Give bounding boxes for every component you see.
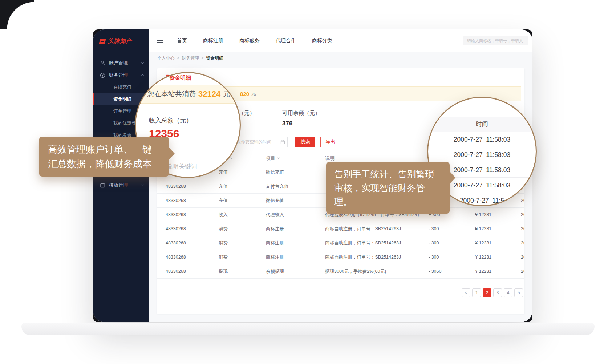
breadcrumb-separator: > bbox=[201, 56, 204, 61]
caret-down-icon[interactable] bbox=[277, 157, 280, 159]
tooltip-right-line3: 理。 bbox=[334, 195, 442, 209]
magnified-banner-value: 32124 bbox=[198, 89, 220, 99]
export-button[interactable]: 导出 bbox=[320, 137, 340, 147]
breadcrumb-item[interactable]: 资金明细 bbox=[206, 55, 223, 61]
pagination-page-1[interactable]: 1 bbox=[472, 288, 481, 297]
table-cell: 商标自助注册，订单号：SB2514263J bbox=[325, 222, 401, 236]
table-cell: 2000-7-27 11:58:03 bbox=[521, 222, 524, 236]
breadcrumb-item[interactable]: 个人中心 bbox=[157, 55, 175, 61]
nav-tab-商标注册[interactable]: 商标注册 bbox=[203, 37, 223, 44]
topnav-tabs: 首页商标注册商标服务代理合作商标分类 bbox=[177, 37, 332, 44]
table-cell: 商标注册 bbox=[266, 222, 284, 236]
pagination: <12345> bbox=[462, 288, 524, 297]
pagination-prev[interactable]: < bbox=[462, 288, 470, 297]
table-cell: 2000-7-27 11:58:03 bbox=[521, 208, 524, 222]
table-cell: 48330268 bbox=[166, 222, 186, 236]
sidebar-item-finance-management[interactable]: 财务管理 bbox=[93, 69, 149, 81]
sidebar-item-account-management[interactable]: 账户管理 bbox=[93, 57, 149, 69]
nav-tab-商标服务[interactable]: 商标服务 bbox=[239, 37, 260, 44]
table-cell: 48330268 bbox=[166, 194, 186, 208]
magnified-time-row: 2000-7-27 11:58:03 bbox=[428, 132, 536, 147]
table-cell: 支付宝充值 bbox=[266, 179, 289, 194]
top-navbar: 首页商标注册商标服务代理合作商标分类 bbox=[149, 29, 532, 52]
pagination-page-2[interactable]: 2 bbox=[483, 288, 491, 297]
table-cell: 商标自助注册，订单号：SB2514263J bbox=[325, 250, 401, 264]
brand-logo-icon bbox=[99, 39, 106, 44]
table-cell: 2000-7-27 11:58:03 bbox=[521, 250, 524, 264]
table-cell: 商标注册 bbox=[266, 236, 284, 250]
table-row: 48330268消费商标注册商标自助注册，订单号：SB2514263J- 300… bbox=[157, 250, 524, 264]
brand-logo[interactable]: 头牌知产 · · · · · · · bbox=[93, 29, 149, 57]
search-button[interactable]: 搜索 bbox=[295, 137, 315, 147]
breadcrumb: 个人中心>财务管理>资金明细 bbox=[149, 52, 532, 64]
chevron-up-icon bbox=[141, 74, 144, 76]
table-cell: 收入 bbox=[219, 208, 228, 222]
tooltip-right-line1: 告别手工统计、告别繁琐 bbox=[334, 167, 442, 181]
laptop-base bbox=[21, 323, 595, 335]
page-background: 头牌知产 · · · · · · · 账户管理财务管理在线充值资金明细订单管理我… bbox=[0, 0, 616, 364]
table-cell: 消费 bbox=[219, 236, 228, 250]
chevron-down-icon bbox=[141, 184, 144, 186]
table-cell: ¥ 12231 bbox=[475, 236, 491, 250]
tooltip-right: 告别手工统计、告别繁琐 审核，实现智能财务管 理。 bbox=[326, 162, 450, 214]
table-cell: 微信充值 bbox=[266, 194, 284, 208]
hamburger-menu-icon[interactable] bbox=[157, 39, 163, 43]
search-input[interactable] bbox=[463, 36, 528, 45]
breadcrumb-separator: > bbox=[177, 56, 179, 61]
tooltip-left-line2: 汇总数据，降低财务成本 bbox=[48, 157, 160, 171]
nav-tab-代理合作[interactable]: 代理合作 bbox=[276, 37, 296, 44]
column-header[interactable]: 项目 bbox=[266, 151, 280, 165]
table-cell: 商标注册 bbox=[266, 250, 284, 264]
nav-tab-商标分类[interactable]: 商标分类 bbox=[312, 37, 332, 44]
tooltip-left: 高效管理账户订单、一键 汇总数据，降低财务成本 bbox=[39, 137, 169, 177]
table-cell: 2000-7-27 11:58:03 bbox=[521, 236, 524, 250]
corner-decoration bbox=[0, 0, 34, 29]
tooltip-left-line1: 高效管理账户订单、一键 bbox=[48, 142, 160, 157]
brand-logo-tagline: · · · · · · · bbox=[108, 45, 132, 47]
table-cell: - 3060 bbox=[429, 264, 441, 279]
table-cell: 微信充值 bbox=[266, 165, 284, 179]
stat-divider bbox=[277, 110, 277, 129]
table-cell: 2000-7-27 11:58:03 bbox=[521, 264, 524, 279]
table-cell: 提现3000元，手续费2%(60元) bbox=[325, 264, 386, 279]
chevron-down-icon bbox=[141, 62, 144, 64]
sidebar-item-online-recharge[interactable]: 在线充值 bbox=[93, 81, 149, 93]
table-cell: - 300 bbox=[429, 236, 439, 250]
brand-logo-text: 头牌知产 bbox=[108, 38, 132, 44]
table-cell: 充值 bbox=[219, 194, 228, 208]
magnified-time-row: 2000-7-27 11:58:03 bbox=[428, 147, 536, 162]
table-cell: 提现 bbox=[219, 264, 228, 279]
magnified-banner: 您在本站共消费 32124 元 bbox=[135, 85, 241, 104]
table-cell: 消费 bbox=[219, 222, 228, 236]
magnified-tab-title: 资金明细 bbox=[169, 74, 191, 81]
table-row: 48330268消费商标注册商标自助注册，订单号：SB2514263J- 300… bbox=[157, 222, 524, 236]
pagination-page-3[interactable]: 3 bbox=[493, 288, 502, 297]
banner-unit: 元 bbox=[251, 90, 256, 97]
table-row: 48330268消费商标注册商标自助注册，订单号：SB2514263J- 300… bbox=[157, 236, 524, 250]
table-cell: ¥ 12231 bbox=[475, 208, 491, 222]
magnified-time-header: 时间 bbox=[428, 117, 536, 132]
caret-down-icon[interactable] bbox=[230, 157, 233, 159]
table-cell: 48330268 bbox=[166, 179, 186, 194]
nav-tab-首页[interactable]: 首页 bbox=[177, 37, 187, 44]
pagination-page-5[interactable]: 5 bbox=[514, 288, 523, 297]
table-cell: 商标自助注册，订单号：SB2514263J bbox=[325, 236, 401, 250]
table-cell: 48330268 bbox=[166, 264, 186, 279]
sidebar-item-template-management[interactable]: 模板管理 bbox=[93, 179, 149, 191]
user-icon bbox=[100, 60, 105, 66]
table-cell: 充值 bbox=[219, 165, 228, 179]
banner-value: 820 bbox=[240, 91, 249, 97]
table-cell: ¥ 12231 bbox=[475, 264, 491, 279]
stat-balance: 可用余额（元） 376 bbox=[282, 110, 320, 127]
breadcrumb-item[interactable]: 财务管理 bbox=[182, 55, 199, 61]
table-cell: 充值 bbox=[219, 179, 228, 194]
table-cell: - 300 bbox=[429, 222, 439, 236]
table-cell: 48330268 bbox=[166, 208, 186, 222]
table-cell: 48330268 bbox=[166, 236, 186, 250]
table-cell: 余额提现 bbox=[266, 264, 284, 279]
table-cell: - 300 bbox=[429, 250, 439, 264]
table-cell: 代理收入 bbox=[266, 208, 284, 222]
table-row: 48330268提现余额提现提现3000元，手续费2%(60元)- 3060¥ … bbox=[157, 264, 524, 279]
table-cell: 消费 bbox=[219, 250, 228, 264]
pagination-page-4[interactable]: 4 bbox=[504, 288, 512, 297]
